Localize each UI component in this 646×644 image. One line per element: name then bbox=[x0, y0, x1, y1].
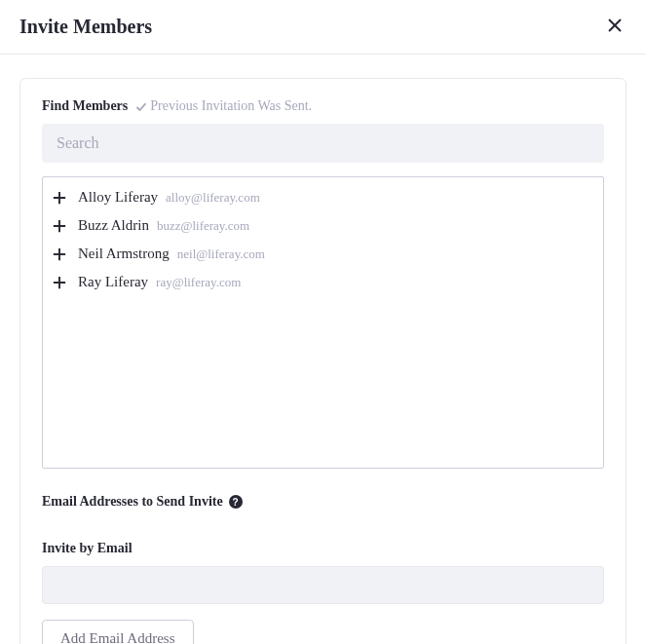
close-button[interactable] bbox=[603, 14, 627, 40]
search-input[interactable] bbox=[42, 124, 604, 163]
find-members-label: Find Members bbox=[42, 98, 128, 113]
email-addresses-label: Email Addresses to Send Invite bbox=[42, 494, 223, 510]
modal-header: Invite Members bbox=[0, 0, 646, 55]
members-list: Alloy Liferay alloy@liferay.com Buzz Ald… bbox=[42, 176, 604, 469]
modal-body: Find Members Previous Invitation Was Sen… bbox=[0, 55, 646, 644]
member-email: neil@liferay.com bbox=[177, 246, 265, 262]
add-email-button[interactable]: Add Email Address bbox=[42, 620, 194, 644]
member-row[interactable]: Neil Armstrong neil@liferay.com bbox=[43, 240, 603, 268]
member-email: ray@liferay.com bbox=[156, 275, 241, 290]
find-members-header: Find Members Previous Invitation Was Sen… bbox=[42, 98, 604, 114]
member-name: Buzz Aldrin bbox=[78, 217, 149, 234]
member-email: alloy@liferay.com bbox=[166, 190, 260, 206]
invite-by-email-label: Invite by Email bbox=[42, 541, 604, 556]
member-email: buzz@liferay.com bbox=[157, 218, 249, 234]
invitation-status: Previous Invitation Was Sent. bbox=[135, 98, 312, 113]
member-row[interactable]: Buzz Aldrin buzz@liferay.com bbox=[43, 211, 603, 240]
invitation-status-text: Previous Invitation Was Sent. bbox=[150, 98, 312, 113]
modal-title: Invite Members bbox=[19, 16, 152, 38]
plus-icon bbox=[53, 191, 66, 205]
check-icon bbox=[135, 98, 151, 113]
email-addresses-header: Email Addresses to Send Invite ? bbox=[42, 494, 604, 510]
member-name: Ray Liferay bbox=[78, 274, 148, 290]
member-name: Neil Armstrong bbox=[78, 246, 170, 262]
invite-card: Find Members Previous Invitation Was Sen… bbox=[19, 78, 627, 644]
member-name: Alloy Liferay bbox=[78, 189, 158, 206]
invite-email-input[interactable] bbox=[42, 566, 604, 604]
plus-icon bbox=[53, 276, 66, 289]
member-row[interactable]: Alloy Liferay alloy@liferay.com bbox=[43, 183, 603, 211]
plus-icon bbox=[53, 219, 66, 233]
close-icon bbox=[607, 18, 623, 36]
plus-icon bbox=[53, 247, 66, 261]
help-icon[interactable]: ? bbox=[229, 495, 243, 509]
member-row[interactable]: Ray Liferay ray@liferay.com bbox=[43, 268, 603, 296]
